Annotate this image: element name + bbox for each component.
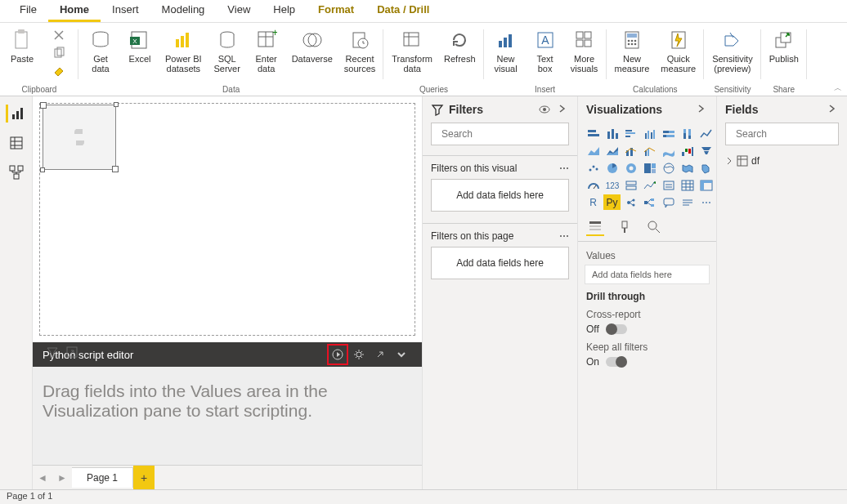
- text-box-button[interactable]: AText box: [528, 26, 562, 75]
- report-view-button[interactable]: [6, 105, 24, 123]
- paste-button[interactable]: Paste: [5, 26, 39, 65]
- popout-script-button[interactable]: [370, 344, 391, 365]
- viz-card[interactable]: 123: [603, 177, 621, 193]
- viz-clustered-column[interactable]: [641, 126, 658, 141]
- new-measure-button[interactable]: New measure: [612, 26, 653, 75]
- refresh-button[interactable]: Refresh: [441, 26, 479, 65]
- viz-map[interactable]: [660, 160, 677, 176]
- viz-stacked-area[interactable]: [603, 143, 621, 158]
- viz-waterfall[interactable]: [679, 143, 696, 158]
- collapse-ribbon-icon[interactable]: ︿: [834, 83, 842, 94]
- report-canvas[interactable]: [33, 96, 422, 342]
- fields-search-input[interactable]: [736, 128, 847, 140]
- analytics-tab-icon[interactable]: [645, 218, 663, 236]
- viz-matrix[interactable]: [697, 177, 715, 193]
- script-options-button[interactable]: [348, 344, 370, 365]
- viz-python[interactable]: Py: [603, 194, 621, 210]
- tab-insert[interactable]: Insert: [101, 0, 150, 22]
- viz-treemap[interactable]: [641, 160, 658, 176]
- recent-sources-button[interactable]: Recent sources: [341, 26, 379, 75]
- sql-server-button[interactable]: SQL Server: [210, 26, 244, 75]
- viz-kpi[interactable]: [641, 177, 658, 193]
- tab-modeling[interactable]: Modeling: [150, 0, 217, 22]
- more-icon[interactable]: ⋯: [559, 230, 569, 242]
- viz-slicer[interactable]: [660, 177, 677, 193]
- transform-data-button[interactable]: Transform data: [388, 26, 436, 75]
- values-well[interactable]: Add data fields here: [585, 265, 710, 284]
- table-df[interactable]: df: [717, 152, 847, 170]
- viz-decomposition[interactable]: [641, 194, 658, 210]
- collapse-pane-icon[interactable]: [826, 103, 839, 116]
- viz-line-stacked[interactable]: [622, 143, 639, 158]
- dataverse-button[interactable]: Dataverse: [289, 26, 336, 65]
- tab-home[interactable]: Home: [48, 0, 101, 22]
- show-hide-icon[interactable]: [538, 103, 551, 116]
- filters-visual-dropzone[interactable]: Add data fields here: [431, 179, 569, 212]
- keep-filters-toggle[interactable]: [606, 357, 627, 367]
- collapse-pane-icon[interactable]: [556, 103, 569, 116]
- viz-gauge[interactable]: [585, 177, 602, 193]
- tab-view[interactable]: View: [216, 0, 262, 22]
- viz-scatter[interactable]: [585, 160, 602, 176]
- cross-report-toggle[interactable]: [606, 324, 627, 334]
- cut-button[interactable]: [44, 26, 74, 44]
- page-next-button[interactable]: ►: [52, 472, 72, 484]
- copy-button[interactable]: [44, 44, 74, 62]
- tab-datadrill[interactable]: Data / Drill: [365, 0, 441, 22]
- fields-search[interactable]: [725, 123, 839, 145]
- viz-clustered-bar[interactable]: [622, 126, 639, 141]
- viz-smart-narrative[interactable]: [679, 194, 696, 210]
- viz-line[interactable]: [697, 126, 715, 141]
- tab-help[interactable]: Help: [262, 0, 307, 22]
- page-tab-1[interactable]: Page 1: [72, 467, 133, 488]
- svg-rect-136: [737, 156, 747, 166]
- run-script-button[interactable]: [327, 344, 348, 365]
- sensitivity-button[interactable]: Sensitivity (preview): [709, 26, 756, 75]
- viz-pie[interactable]: [603, 160, 621, 176]
- viz-ribbon[interactable]: [660, 143, 677, 158]
- format-tab-icon[interactable]: [616, 218, 634, 236]
- viz-key-influencers[interactable]: [622, 194, 639, 210]
- filters-search-input[interactable]: [441, 128, 564, 140]
- viz-stacked-column[interactable]: [603, 126, 621, 141]
- viz-r[interactable]: R: [585, 194, 602, 210]
- tab-file[interactable]: File: [8, 0, 48, 22]
- viz-filled-map[interactable]: [679, 160, 696, 176]
- viz-100-column[interactable]: [679, 126, 696, 141]
- collapse-pane-icon[interactable]: [695, 103, 708, 116]
- add-page-button[interactable]: +: [133, 466, 155, 489]
- viz-shape-map[interactable]: [697, 160, 715, 176]
- pbi-datasets-button[interactable]: Power BI datasets: [162, 26, 205, 75]
- data-view-button[interactable]: [7, 134, 25, 152]
- viz-more[interactable]: ⋯: [697, 194, 715, 210]
- quick-measure-button[interactable]: Quick measure: [657, 26, 699, 75]
- focus-mode-icon[interactable]: [65, 346, 78, 359]
- viz-stacked-bar[interactable]: [585, 126, 602, 141]
- more-icon[interactable]: ⋯: [559, 163, 569, 174]
- filters-search[interactable]: [431, 123, 569, 145]
- viz-area[interactable]: [585, 143, 602, 158]
- enter-data-button[interactable]: +Enter data: [249, 26, 284, 75]
- fields-tab-icon[interactable]: [586, 218, 604, 236]
- viz-donut[interactable]: [622, 160, 639, 176]
- format-painter-button[interactable]: [44, 62, 74, 80]
- viz-multirow-card[interactable]: [622, 177, 639, 193]
- svg-rect-61: [588, 134, 599, 136]
- viz-funnel[interactable]: [697, 143, 715, 158]
- viz-table[interactable]: [679, 177, 696, 193]
- page-prev-button[interactable]: ◄: [33, 472, 52, 484]
- filter-icon[interactable]: [46, 346, 59, 359]
- viz-qna[interactable]: [660, 194, 677, 210]
- tab-format[interactable]: Format: [307, 0, 365, 22]
- collapse-script-button[interactable]: [391, 344, 412, 365]
- more-visuals-button[interactable]: More visuals: [567, 26, 602, 75]
- model-view-button[interactable]: [7, 163, 25, 181]
- publish-button[interactable]: Publish: [766, 26, 802, 65]
- excel-button[interactable]: XExcel: [123, 26, 157, 65]
- get-data-button[interactable]: Get data: [83, 26, 118, 75]
- viz-line-clustered[interactable]: [641, 143, 658, 158]
- filters-page-dropzone[interactable]: Add data fields here: [431, 247, 569, 279]
- python-visual-placeholder[interactable]: [43, 105, 116, 170]
- new-visual-button[interactable]: New visual: [489, 26, 523, 75]
- viz-100-bar[interactable]: [660, 126, 677, 141]
